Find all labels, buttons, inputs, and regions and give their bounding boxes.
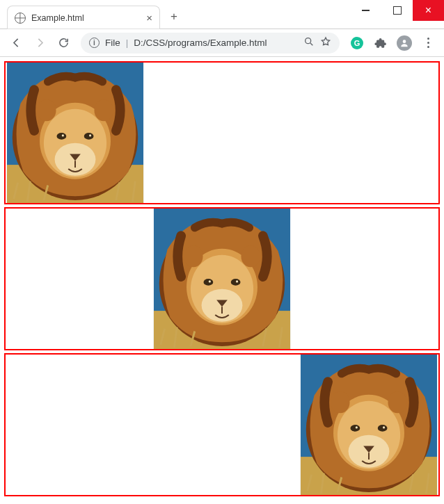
demo-box-center: [4, 207, 440, 350]
minimize-button[interactable]: [350, 0, 381, 21]
profile-avatar-icon[interactable]: [394, 33, 415, 54]
svg-point-0: [306, 38, 311, 44]
extensions-puzzle-icon[interactable]: [370, 33, 391, 54]
reload-button[interactable]: [53, 33, 74, 54]
zoom-icon[interactable]: [303, 36, 315, 49]
new-tab-button[interactable]: +: [164, 7, 184, 26]
lion-image: [6, 63, 145, 203]
svg-point-1: [403, 40, 406, 43]
forward-button[interactable]: [29, 33, 50, 54]
window-close-button[interactable]: ×: [413, 0, 444, 21]
url-separator: |: [126, 38, 129, 48]
address-bar[interactable]: i File | D:/CSS/programs/Example.html: [81, 33, 340, 54]
browser-menu-button[interactable]: [418, 33, 438, 54]
url-path: D:/CSS/programs/Example.html: [134, 38, 298, 48]
window-controls: ×: [350, 0, 444, 21]
window-titlebar: Example.html × + ×: [0, 0, 444, 29]
back-button[interactable]: [6, 33, 26, 54]
browser-tab[interactable]: Example.html ×: [7, 6, 160, 29]
grammarly-extension-icon[interactable]: G: [347, 33, 367, 54]
demo-box-right: [4, 353, 440, 496]
page-viewport: [0, 57, 444, 504]
lion-image: [152, 209, 292, 349]
close-tab-icon[interactable]: ×: [146, 13, 152, 23]
globe-icon: [15, 13, 26, 24]
lion-image: [299, 355, 438, 495]
demo-box-left: [4, 61, 440, 204]
site-info-icon[interactable]: i: [89, 38, 100, 48]
url-scheme-label: File: [105, 38, 120, 48]
maximize-button[interactable]: [381, 0, 413, 21]
tab-title: Example.html: [31, 13, 141, 23]
bookmark-star-icon[interactable]: [320, 36, 331, 49]
browser-toolbar: i File | D:/CSS/programs/Example.html G: [0, 29, 444, 57]
